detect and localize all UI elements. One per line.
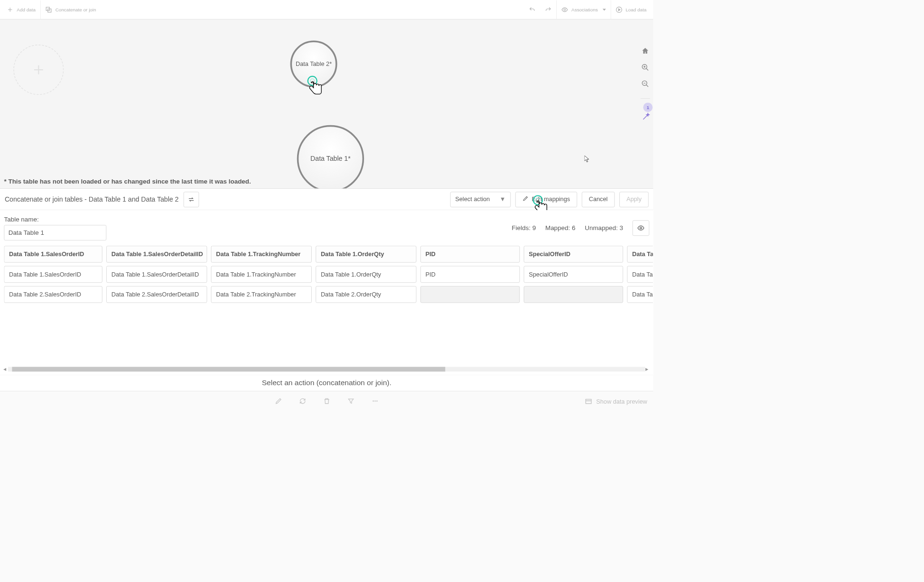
bubble-label: Data Table 1* xyxy=(310,155,351,162)
mapping-cell[interactable]: Data Ta xyxy=(627,266,653,283)
mapping-cell[interactable]: PID xyxy=(420,266,520,283)
mapping-cell[interactable]: Data Table 1.SalesOrderDetailID xyxy=(106,266,207,283)
zoom-in-icon[interactable] xyxy=(641,64,649,73)
filter-icon[interactable] xyxy=(347,397,355,406)
concat-icon xyxy=(45,6,52,13)
mapping-column: PID PID xyxy=(420,246,520,306)
plus-icon xyxy=(7,6,13,13)
unmapped-label: Unmapped: xyxy=(585,224,617,231)
svg-line-14 xyxy=(646,85,648,87)
associations-dropdown[interactable]: Associations xyxy=(556,0,610,19)
mapping-cell[interactable]: Data Table 1.TrackingNumber xyxy=(211,266,312,283)
column-header[interactable]: Data Table 1.SalesOrderID xyxy=(4,246,102,262)
table-bubble-2[interactable]: Data Table 2* xyxy=(290,41,337,88)
mapping-cell-empty[interactable] xyxy=(524,286,623,303)
cancel-button[interactable]: Cancel xyxy=(582,192,615,207)
play-icon xyxy=(616,6,622,13)
action-bar-title: Concatenate or join tables - Data Table … xyxy=(5,195,179,203)
svg-line-10 xyxy=(646,68,648,70)
mapping-cell-empty[interactable] xyxy=(420,286,520,303)
chevron-down-icon xyxy=(603,9,606,10)
refresh-icon[interactable] xyxy=(299,397,307,406)
load-data-label: Load data xyxy=(625,7,646,12)
mapping-cell[interactable]: Data Table 2.TrackingNumber xyxy=(211,286,312,303)
redo-button[interactable] xyxy=(540,0,556,19)
swap-tables-button[interactable] xyxy=(183,192,199,207)
add-data-button[interactable]: Add data xyxy=(2,0,40,19)
mapped-value: 6 xyxy=(572,224,575,231)
unmapped-value: 3 xyxy=(619,224,623,231)
mappings-grid: Data Table 1.SalesOrderID Data Table 1.S… xyxy=(4,246,653,306)
mapping-cell[interactable]: Data Table 1.SalesOrderID xyxy=(4,266,102,283)
toggle-visibility-button[interactable] xyxy=(633,220,649,236)
recommendations-badge[interactable]: 1 xyxy=(643,102,653,112)
show-preview-label: Show data preview xyxy=(596,398,647,405)
svg-point-17 xyxy=(373,400,374,402)
svg-point-18 xyxy=(374,400,376,402)
scroll-left-icon[interactable]: ◀ xyxy=(3,367,8,371)
pencil-icon xyxy=(523,195,529,203)
bubble-label: Data Table 2* xyxy=(296,61,332,68)
select-action-label: Select action xyxy=(455,196,490,203)
table-name-label: Table name: xyxy=(4,216,106,223)
associations-label: Associations xyxy=(571,7,598,12)
svg-point-4 xyxy=(564,9,566,10)
horizontal-scrollbar[interactable]: ◀ ▶ xyxy=(3,367,650,372)
mapping-cell[interactable]: SpecialOfferID xyxy=(524,266,623,283)
fields-label: Fields: xyxy=(512,224,531,231)
svg-rect-20 xyxy=(586,399,591,404)
select-action-dropdown[interactable]: Select action ▼ xyxy=(450,192,511,207)
zoom-out-icon[interactable] xyxy=(641,80,649,89)
load-data-button[interactable]: Load data xyxy=(611,0,652,19)
edit-mappings-button[interactable]: Edit mappings xyxy=(515,192,577,207)
home-icon[interactable] xyxy=(641,47,649,56)
concat-action-bar: Concatenate or join tables - Data Table … xyxy=(0,189,653,210)
svg-point-16 xyxy=(640,227,642,229)
column-header[interactable]: Data Table 1.OrderQty xyxy=(316,246,416,262)
column-header[interactable]: SpecialOfferID xyxy=(524,246,623,262)
table-bubble-1[interactable]: Data Table 1* xyxy=(297,125,364,189)
trash-icon[interactable] xyxy=(323,397,330,406)
column-header[interactable]: Data Table 1.TrackingNumber xyxy=(211,246,312,262)
mapping-column: Data Table 1.SalesOrderDetailID Data Tab… xyxy=(106,246,207,306)
mapping-column: Data Table 1.OrderQty Data Table 1.Order… xyxy=(316,246,416,306)
svg-marker-6 xyxy=(618,9,620,11)
concat-join-button[interactable]: Concatenate or join xyxy=(41,0,101,19)
more-icon[interactable] xyxy=(371,397,379,406)
mapping-cell[interactable]: Data Table 1.OrderQty xyxy=(316,266,416,283)
column-header[interactable]: Data Ta xyxy=(627,246,653,262)
show-preview-button[interactable]: Show data preview xyxy=(585,391,647,411)
table-name-input[interactable] xyxy=(4,225,106,240)
mapping-column: Data Table 1.TrackingNumber Data Table 1… xyxy=(211,246,312,306)
edit-mappings-label: Edit mappings xyxy=(532,196,570,203)
cancel-label: Cancel xyxy=(589,196,608,203)
data-model-canvas[interactable]: Data Table 2* Data Table 1* * This table… xyxy=(0,19,653,189)
mapping-column: Data Ta Data Ta Data Ta xyxy=(627,246,653,306)
column-header[interactable]: PID xyxy=(420,246,520,262)
mapping-cell[interactable]: Data Table 2.SalesOrderDetailID xyxy=(106,286,207,303)
chevron-down-icon: ▼ xyxy=(500,196,506,203)
scroll-thumb[interactable] xyxy=(12,367,445,371)
add-table-placeholder[interactable] xyxy=(13,45,64,95)
magic-wand-icon[interactable] xyxy=(642,113,650,122)
apply-button[interactable]: Apply xyxy=(619,192,649,207)
mapping-cell[interactable]: Data Table 2.SalesOrderID xyxy=(4,286,102,303)
add-data-label: Add data xyxy=(17,7,36,12)
mapping-cell[interactable]: Data Ta xyxy=(627,286,653,303)
undo-icon xyxy=(529,6,535,13)
mouse-cursor-icon xyxy=(585,156,590,163)
column-header[interactable]: Data Table 1.SalesOrderDetailID xyxy=(106,246,207,262)
mappings-panel: Table name: Fields: 9 Mapped: 6 Unmapped… xyxy=(0,210,653,374)
svg-point-19 xyxy=(376,400,378,402)
fields-value: 9 xyxy=(532,224,536,231)
edit-icon[interactable] xyxy=(275,397,282,406)
mapping-cell[interactable]: Data Table 2.OrderQty xyxy=(316,286,416,303)
bottom-toolbar: Show data preview xyxy=(0,391,653,411)
scroll-right-icon[interactable]: ▶ xyxy=(645,367,650,371)
mapping-column: SpecialOfferID SpecialOfferID xyxy=(524,246,623,306)
redo-icon xyxy=(545,6,551,13)
concat-join-label: Concatenate or join xyxy=(56,7,96,12)
unsaved-note: * This table has not been loaded or has … xyxy=(4,178,251,185)
undo-button[interactable] xyxy=(524,0,540,19)
mapping-column: Data Table 1.SalesOrderID Data Table 1.S… xyxy=(4,246,102,306)
